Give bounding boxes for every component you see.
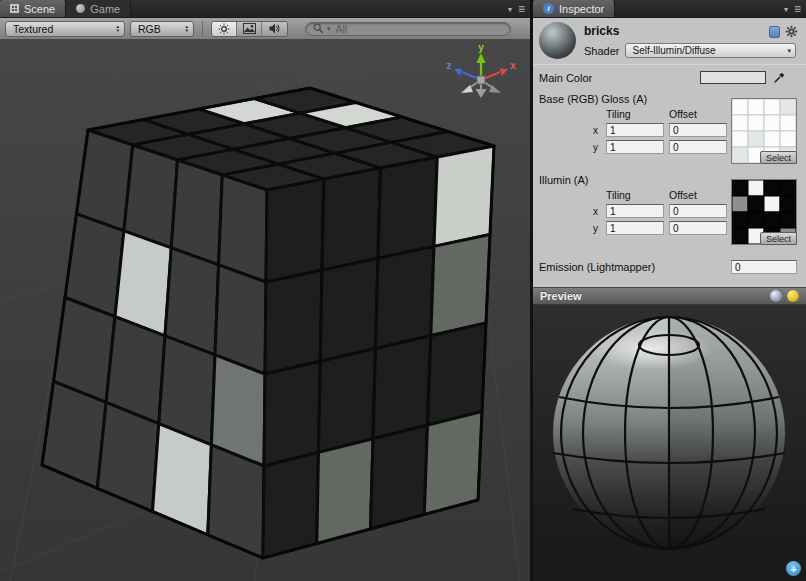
eyedropper-icon[interactable] [772, 71, 786, 85]
illumin-texture-select-button[interactable]: Select [760, 232, 797, 245]
cube-tile [319, 349, 376, 453]
preview-light-toggle-icon[interactable] [787, 290, 799, 302]
cube-tile [428, 323, 487, 425]
base-offset-y-input[interactable] [669, 140, 727, 154]
base-tiling-x-input[interactable] [606, 123, 664, 137]
gizmo-z-cone[interactable] [454, 69, 462, 77]
tab-game[interactable]: Game [66, 0, 131, 17]
base-tiling-y-input[interactable] [606, 140, 664, 154]
gizmo-y-label: y [478, 42, 484, 53]
illumin-tiling-y-input[interactable] [606, 221, 664, 235]
gizmo-cone[interactable] [476, 89, 487, 98]
x-row-label: x [585, 125, 601, 136]
search-filter-caret-icon[interactable]: ▾ [327, 25, 331, 33]
search-icon [313, 20, 324, 38]
cube-tile [371, 425, 428, 529]
search-field[interactable]: ▾ All [305, 22, 511, 36]
speaker-icon [269, 23, 281, 34]
illumin-offset-x-input[interactable] [669, 204, 727, 218]
sun-icon [218, 23, 230, 35]
texture-cell [780, 115, 796, 131]
scene-lighting-toggle[interactable] [212, 22, 237, 36]
scene-gizmo[interactable]: y x z [444, 42, 518, 110]
inspector-pane: i Inspector ▾ ≡ bricks Shader Self-Illum… [533, 0, 806, 581]
texture-cell [780, 180, 796, 196]
pane-dropdown-icon[interactable]: ▾ [508, 5, 512, 14]
illumin-offset-y-input[interactable] [669, 221, 727, 235]
preview-area: + [533, 305, 806, 581]
illumin-texture-thumbnail[interactable]: Select [731, 179, 797, 245]
gizmo-z-label: z [447, 60, 452, 71]
tab-game-label: Game [90, 3, 120, 15]
draw-mode-dropdown[interactable]: Textured ▲▼ [5, 21, 125, 37]
chevron-down-icon: ▾ [787, 47, 791, 55]
pane-menu-icon[interactable]: ≡ [794, 4, 801, 14]
pane-dropdown-icon[interactable]: ▾ [784, 5, 788, 14]
cube-tile [97, 402, 159, 511]
pane-menu-icon[interactable]: ≡ [518, 4, 525, 14]
cube-tile [265, 270, 322, 374]
cube-tile [317, 439, 373, 544]
scene-audio-toggle[interactable] [262, 22, 287, 36]
game-icon [76, 4, 85, 13]
texture-cell [748, 115, 764, 131]
base-texture-thumbnail[interactable]: Select [731, 98, 797, 164]
base-offset-x-input[interactable] [669, 123, 727, 137]
cube-tile [153, 424, 212, 535]
preview-sphere-toggle-icon[interactable] [770, 290, 782, 302]
material-header: bricks Shader Self-Illumin/Diffuse ▾ [533, 18, 806, 64]
main-color-swatch[interactable] [700, 71, 766, 84]
preview-title: Preview [540, 290, 582, 302]
shader-dropdown[interactable]: Self-Illumin/Diffuse ▾ [625, 43, 796, 58]
texture-cell [764, 196, 780, 212]
tab-inspector-label: Inspector [559, 3, 604, 15]
gizmo-y-cone[interactable] [477, 53, 486, 63]
scene-skybox-toggle[interactable] [237, 22, 262, 36]
cube-tile [266, 179, 324, 282]
emission-input[interactable] [731, 260, 797, 274]
shader-row: Shader Self-Illumin/Diffuse ▾ [584, 43, 798, 58]
scene-toolbar: Textured ▲▼ RGB ▲▼ ▾ All [0, 18, 530, 40]
scene-grid-icon [10, 4, 19, 13]
material-info: bricks Shader Self-Illumin/Diffuse ▾ [584, 22, 798, 64]
shader-value: Self-Illumin/Diffuse [632, 45, 715, 56]
texture-cell [732, 131, 748, 147]
main-color-label: Main Color [539, 72, 592, 84]
material-header-icons [769, 25, 798, 38]
tab-inspector[interactable]: i Inspector [533, 0, 615, 17]
shader-label: Shader [584, 45, 619, 57]
illumin-tiling-x-input[interactable] [606, 204, 664, 218]
scene-pane: Scene Game ▾ ≡ Textured ▲▼ RGB ▲▼ [0, 0, 530, 581]
texture-cell [732, 196, 748, 212]
preview-sphere[interactable] [533, 305, 806, 580]
cube-tile [434, 146, 494, 246]
y-row-label: y [585, 142, 601, 153]
illumin-texture-section: Illumin (A) Tiling Offset x y Select [533, 171, 806, 253]
gear-icon[interactable] [785, 25, 798, 38]
gizmo-x-cone[interactable] [500, 69, 508, 77]
texture-cell [780, 131, 796, 147]
preview-header[interactable]: Preview [533, 287, 806, 305]
render-mode-dropdown[interactable]: RGB ▲▼ [130, 21, 194, 37]
cube-tile [320, 258, 378, 361]
cube-tile [431, 235, 490, 336]
scene-toggle-group [211, 21, 288, 37]
x-row-label: x [585, 206, 601, 217]
texture-cell [748, 212, 764, 228]
scene-canvas[interactable] [0, 40, 530, 581]
cube-tile [424, 412, 482, 515]
gizmo-center-cube[interactable] [477, 76, 485, 84]
base-texture-select-button[interactable]: Select [760, 151, 797, 164]
add-button[interactable]: + [786, 561, 801, 576]
texture-cell [764, 212, 780, 228]
tab-scene[interactable]: Scene [0, 0, 66, 17]
scene-viewport[interactable]: y x z [0, 40, 530, 581]
y-row-label: y [585, 223, 601, 234]
help-doc-icon[interactable] [769, 26, 780, 38]
texture-cell [748, 180, 764, 196]
texture-cell [732, 212, 748, 228]
scene-strip-icons: ▾ ≡ [508, 0, 525, 18]
base-texture-section: Base (RGB) Gloss (A) Tiling Offset x y S… [533, 90, 806, 171]
main-color-row: Main Color [533, 65, 806, 90]
texture-cell [732, 115, 748, 131]
